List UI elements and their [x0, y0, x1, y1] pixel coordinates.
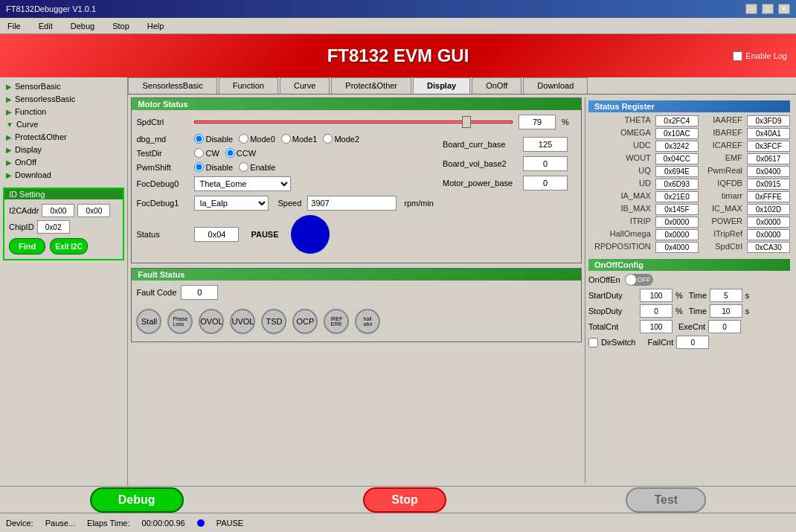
sidebar: ▶ SensorBasic ▶ SensorlessBasic ▶ Functi…	[0, 77, 128, 486]
start-duty-input[interactable]	[640, 289, 673, 302]
start-time-unit: s	[745, 291, 750, 300]
pwm-shift-row: PwmShift Disable Enable	[136, 162, 434, 172]
status-value-input[interactable]	[194, 227, 239, 242]
tree-icon-5: ▶	[6, 133, 12, 141]
ccw-option[interactable]: CCW	[225, 148, 256, 158]
fault-hall-abn: hallabn	[355, 309, 380, 334]
reg-udc-value: 0x3242	[655, 141, 699, 152]
menu-stop[interactable]: Stop	[108, 20, 134, 32]
fault-stall: Stall	[136, 309, 161, 334]
board-vol-base2-input[interactable]	[523, 156, 568, 171]
pwm-enable-option[interactable]: Enable	[239, 162, 275, 172]
reg-itrip-label: ITRIP	[588, 217, 652, 228]
cw-option[interactable]: CW	[194, 148, 219, 158]
sidebar-item-sensorbasic[interactable]: ▶ SensorBasic	[3, 80, 124, 92]
test-button[interactable]: Test	[626, 487, 706, 513]
dir-switch-checkbox[interactable]	[588, 338, 598, 347]
tab-curve[interactable]: Curve	[280, 77, 330, 94]
dbg-mode1-option[interactable]: Mode1	[281, 134, 318, 144]
fault-circles: Stall PhaseLoss OVOL UVOL TSD OCP IREFER…	[136, 306, 577, 337]
start-duty-label: StartDuty	[588, 291, 637, 300]
tree-icon-2: ▶	[6, 95, 12, 103]
minimize-button[interactable]: ─	[745, 4, 757, 14]
sidebar-item-curve[interactable]: ▼ Curve	[3, 118, 124, 130]
status-register-grid: THETA 0x2FC4 IAAREF 0x3FD9 OMEGA 0x10AC …	[588, 115, 790, 253]
spd-ctrl-thumb[interactable]	[462, 116, 471, 128]
tab-protect[interactable]: Protect&Other	[331, 77, 411, 94]
exe-cnt-input[interactable]	[708, 320, 741, 333]
fault-ocp: OCP	[292, 309, 318, 334]
i2c-addr-label: I2CAddr	[9, 206, 39, 215]
pwm-disable-option[interactable]: Disable	[194, 162, 233, 172]
dbg-mode0-option[interactable]: Mode0	[239, 134, 275, 144]
fault-ovol: OVOL	[199, 309, 224, 334]
fault-tsd: TSD	[261, 309, 286, 334]
pause-label: PAUSE	[251, 230, 278, 239]
sidebar-item-onoff[interactable]: ▶ OnOff	[3, 156, 124, 168]
fail-cnt-input[interactable]	[676, 336, 709, 349]
tab-function[interactable]: Function	[219, 77, 278, 94]
chip-id-input[interactable]	[37, 220, 70, 234]
fault-code-input[interactable]	[181, 285, 218, 300]
onoff-toggle[interactable]: OFF	[625, 274, 653, 286]
stop-button[interactable]: Stop	[363, 487, 446, 513]
tab-display[interactable]: Display	[413, 77, 470, 94]
reg-icmax-value: 0x102D	[747, 204, 790, 215]
i2c-addr-input2[interactable]	[77, 204, 110, 217]
start-time-input[interactable]	[710, 289, 742, 302]
sidebar-item-function[interactable]: ▶ Function	[3, 106, 124, 118]
reg-iqfdb-value: 0x0915	[747, 179, 790, 190]
speed-input[interactable]	[307, 196, 397, 211]
motor-power-base-input[interactable]	[523, 176, 568, 190]
foc-debug1-select[interactable]: Ia_Ealp	[194, 196, 269, 211]
menu-file[interactable]: File	[3, 20, 25, 32]
sidebar-item-sensorlessbasic[interactable]: ▶ SensorlessBasic	[3, 93, 124, 105]
board-curr-base-input[interactable]	[523, 137, 568, 152]
sidebar-item-display[interactable]: ▶ Display	[3, 144, 124, 156]
menu-edit[interactable]: Edit	[34, 20, 57, 32]
board-vol-base2-label: Board_vol_base2	[443, 159, 517, 168]
tab-download[interactable]: Download	[523, 77, 588, 94]
tab-onoff[interactable]: OnOff	[472, 77, 521, 94]
toggle-knob	[626, 275, 636, 285]
pwm-shift-label: PwmShift	[136, 163, 188, 172]
stop-duty-row: StopDuty % Time s	[588, 304, 790, 318]
tab-sensorlessbasic[interactable]: SensorlessBasic	[128, 77, 216, 94]
foc-debug0-row: FocDebug0 Theta_Eome	[136, 176, 434, 191]
find-button[interactable]: Find	[9, 238, 45, 254]
reg-udc-label: UDC	[588, 141, 652, 152]
dbg-disable-option[interactable]: Disable	[194, 134, 233, 144]
exit-i2c-button[interactable]: Exit I2C	[50, 238, 88, 254]
sidebar-item-protect[interactable]: ▶ Protect&Other	[3, 131, 124, 143]
restore-button[interactable]: □	[762, 4, 774, 14]
reg-emf-label: EMF	[702, 153, 744, 164]
app-title: FT8132Debugger V1.0.1	[6, 4, 96, 13]
status-bar: Device: Pause... Elaps Time: 00:00:00.96…	[0, 513, 796, 532]
dbg-mode2-option[interactable]: Mode2	[323, 134, 359, 144]
reg-iamax-label: IA_MAX	[588, 191, 652, 202]
reg-ud-label: UD	[588, 179, 652, 190]
stop-duty-input[interactable]	[640, 304, 673, 318]
device-value: Pause...	[45, 519, 75, 528]
test-dir-row: TestDir CW CCW	[136, 148, 434, 158]
menu-debug[interactable]: Debug	[66, 20, 99, 32]
fault-iref-err: IREFERR	[324, 309, 349, 334]
left-content: Motor Status SpdCtrl %	[131, 97, 582, 483]
menu-help[interactable]: Help	[143, 20, 169, 32]
status-register-section: Status Register THETA 0x2FC4 IAAREF 0x3F…	[588, 100, 790, 253]
reg-pwmreal-label: PwmReal	[702, 166, 744, 177]
spd-ctrl-value-input[interactable]	[519, 115, 556, 129]
reg-omega-label: OMEGA	[588, 128, 652, 139]
totalcnt-execnt-row: TotalCnt ExeCnt	[588, 320, 790, 333]
foc-debug0-select[interactable]: Theta_Eome	[194, 176, 291, 191]
i2c-addr-input1[interactable]	[42, 204, 74, 217]
start-duty-row: StartDuty % Time s	[588, 289, 790, 302]
stop-time-input[interactable]	[710, 304, 742, 318]
debug-button[interactable]: Debug	[90, 487, 184, 513]
close-button[interactable]: ✕	[778, 4, 790, 14]
enable-log-checkbox[interactable]	[733, 51, 742, 61]
speed-label: Speed	[277, 199, 301, 208]
total-cnt-input[interactable]	[640, 320, 673, 333]
reg-spdctrl-label: SpdCtrl	[702, 242, 744, 253]
sidebar-item-download[interactable]: ▶ Download	[3, 169, 124, 181]
